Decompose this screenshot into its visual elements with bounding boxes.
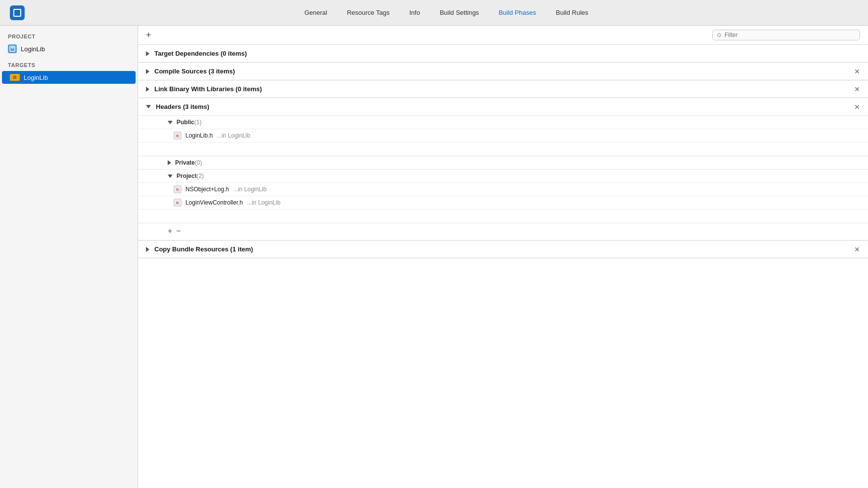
phase-triangle-copy-bundle-resources (146, 247, 149, 252)
phases-list: Target Dependencies (0 items)Compile Sou… (138, 45, 868, 488)
filter-icon: ⊙ (717, 32, 722, 38)
project-section-label: PROJECT (0, 32, 138, 42)
top-bar: GeneralResource TagsInfoBuild SettingsBu… (0, 0, 868, 26)
phase-triangle-compile-sources (146, 69, 149, 74)
filter-box: ⊙ (712, 30, 860, 40)
phase-title-compile-sources: Compile Sources (3 items) (154, 68, 235, 75)
phase-close-headers[interactable]: ✕ (854, 103, 860, 111)
file-row-project-1: hLoginViewController.h ...in LoginLib (138, 196, 868, 209)
sub-triangle-project (168, 174, 173, 178)
file-icon-public-0: h (174, 132, 181, 139)
file-location-project-1: ...in LoginLib (247, 199, 281, 206)
spacer-project (138, 209, 868, 223)
nav-tab-build-rules[interactable]: Build Rules (546, 6, 598, 19)
nav-tabs: GeneralResource TagsInfoBuild SettingsBu… (35, 6, 858, 19)
nav-tab-build-phases[interactable]: Build Phases (489, 6, 546, 19)
file-icon-project-1: h (174, 199, 181, 207)
phase-header-compile-sources[interactable]: Compile Sources (3 items)✕ (138, 63, 868, 80)
sub-header-project[interactable]: Project (2) (138, 170, 868, 182)
phase-title-headers: Headers (3 items) (156, 103, 209, 110)
phase-section-link-binary: Link Binary With Libraries (0 items)✕ (138, 80, 868, 98)
spacer-public (138, 142, 868, 156)
sub-count-project: (2) (197, 173, 204, 179)
target-icon-img (10, 74, 20, 81)
file-name-project-0: NSObject+Log.h (185, 186, 229, 193)
sidebar-target-loginlib[interactable]: LoginLib (2, 71, 136, 84)
phase-header-copy-bundle-resources[interactable]: Copy Bundle Resources (1 item)✕ (138, 241, 868, 258)
targets-section-label: TARGETS (0, 60, 138, 71)
add-phase-button[interactable]: + (146, 31, 151, 39)
sub-section-public: Public (1)hLoginLib.h ...in LoginLib (138, 115, 868, 156)
phase-title-target-dependencies: Target Dependencies (0 items) (154, 50, 247, 57)
sidebar: PROJECT LoginLib TARGETS LoginLib (0, 26, 138, 488)
sub-count-public: (1) (194, 119, 202, 126)
filter-input[interactable] (724, 32, 856, 38)
phase-close-compile-sources[interactable]: ✕ (854, 68, 860, 75)
phase-title-link-binary: Link Binary With Libraries (0 items) (154, 85, 262, 93)
file-row-public-0: hLoginLib.h ...in LoginLib (138, 129, 868, 142)
phase-header-link-binary[interactable]: Link Binary With Libraries (0 items)✕ (138, 80, 868, 98)
phase-triangle-target-dependencies (146, 51, 149, 56)
nav-tab-info[interactable]: Info (399, 6, 430, 19)
phase-minus-button-headers[interactable]: − (176, 227, 181, 235)
file-location-project-0: ...in LoginLib (233, 186, 266, 193)
file-name-public-0: LoginLib.h (185, 132, 213, 139)
sub-triangle-public (168, 121, 173, 124)
file-name-project-1: LoginViewController.h (185, 199, 243, 206)
content-area: + ⊙ Target Dependencies (0 items)Compile… (138, 26, 868, 488)
nav-tab-build-settings[interactable]: Build Settings (430, 6, 489, 19)
phase-add-button-headers[interactable]: + (168, 227, 172, 235)
main-layout: PROJECT LoginLib TARGETS LoginLib + ⊙ Ta (0, 26, 868, 488)
phase-triangle-link-binary (146, 87, 149, 92)
phase-close-link-binary[interactable]: ✕ (854, 85, 860, 93)
file-row-project-0: hNSObject+Log.h ...in LoginLib (138, 182, 868, 196)
sub-header-private[interactable]: Private (0) (138, 156, 868, 169)
target-icon (10, 73, 20, 81)
file-location-public-0: ...in LoginLib (217, 132, 250, 139)
phase-section-compile-sources: Compile Sources (3 items)✕ (138, 63, 868, 80)
phase-section-copy-bundle-resources: Copy Bundle Resources (1 item)✕ (138, 241, 868, 258)
phase-section-headers: Headers (3 items)✕Public (1)hLoginLib.h … (138, 98, 868, 241)
phase-section-target-dependencies: Target Dependencies (0 items) (138, 45, 868, 63)
phase-triangle-headers (146, 105, 151, 108)
sub-title-project: Project (177, 173, 197, 179)
content-toolbar: + ⊙ (138, 26, 868, 45)
sidebar-project-item[interactable]: LoginLib (0, 42, 138, 55)
phase-body-headers: Public (1)hLoginLib.h ...in LoginLibPriv… (138, 115, 868, 240)
phase-header-target-dependencies[interactable]: Target Dependencies (0 items) (138, 45, 868, 62)
xcode-icon (10, 5, 25, 20)
phase-footer-headers: +− (138, 223, 868, 240)
sidebar-target-name: LoginLib (24, 74, 48, 81)
nav-tab-resource-tags[interactable]: Resource Tags (337, 6, 399, 19)
file-icon-project-0: h (174, 185, 181, 193)
project-icon (8, 44, 17, 53)
sub-title-private: Private (175, 159, 195, 166)
phase-close-copy-bundle-resources[interactable]: ✕ (854, 245, 860, 253)
sub-header-public[interactable]: Public (1) (138, 116, 868, 129)
sub-title-public: Public (177, 119, 194, 126)
phase-title-copy-bundle-resources: Copy Bundle Resources (1 item) (154, 245, 253, 253)
sub-triangle-private (168, 160, 171, 165)
svg-rect-0 (10, 46, 15, 51)
sub-section-project: Project (2)hNSObject+Log.h ...in LoginLi… (138, 169, 868, 223)
svg-rect-1 (11, 47, 14, 48)
sidebar-project-name: LoginLib (21, 45, 45, 53)
sub-count-private: (0) (195, 159, 202, 166)
xcode-icon-inner (13, 9, 21, 17)
nav-tab-general[interactable]: General (294, 6, 337, 19)
sub-section-private: Private (0) (138, 156, 868, 169)
phase-header-headers[interactable]: Headers (3 items)✕ (138, 98, 868, 115)
